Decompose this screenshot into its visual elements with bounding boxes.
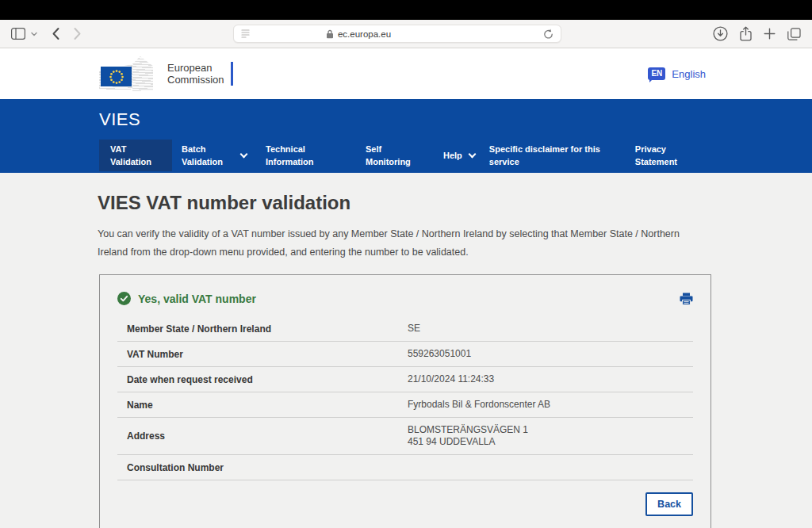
row-label: Name	[127, 400, 408, 411]
table-row-member-state: Member State / Northern Ireland SE	[117, 316, 693, 342]
toolbar-right-group	[713, 26, 801, 41]
table-row-name: Name Fyrbodals Bil & Fordonscenter AB	[117, 392, 693, 418]
language-selector[interactable]: EN English	[648, 67, 706, 80]
row-value: SE	[408, 323, 420, 335]
nav-item-technical-information[interactable]: Technical Information	[266, 140, 331, 171]
sidebar-chevron-down-icon[interactable]	[31, 32, 37, 36]
table-row-consultation-number: Consultation Number	[117, 455, 693, 480]
nav-item-privacy-statement[interactable]: Privacy Statement	[635, 140, 692, 171]
share-icon[interactable]	[740, 26, 752, 41]
download-icon[interactable]	[713, 26, 728, 41]
reload-icon[interactable]	[543, 29, 553, 40]
result-detail-table: Member State / Northern Ireland SE VAT N…	[117, 316, 693, 480]
lock-icon	[326, 29, 334, 39]
vies-app-title: VIES	[99, 99, 812, 130]
page-content: VIES VAT number validation You can verif…	[0, 173, 812, 528]
tabs-icon[interactable]	[787, 28, 801, 40]
row-value: Fyrbodals Bil & Fordonscenter AB	[408, 399, 550, 411]
row-label: Consultation Number	[127, 462, 408, 473]
eu-flag-icon	[101, 67, 132, 86]
vies-nav: VIES VAT Validation Batch Validation Tec…	[0, 99, 812, 173]
url-text: ec.europa.eu	[338, 29, 391, 39]
table-row-request-date: Date when request received 21/10/2024 11…	[117, 367, 693, 392]
address-bar[interactable]: ec.europa.eu	[233, 25, 561, 43]
page-title: VIES VAT number validation	[0, 173, 812, 214]
table-row-address: Address BLOMSTERÄNGSVÄGEN 1 451 94 UDDEV…	[117, 418, 693, 455]
nav-item-help[interactable]: Help	[443, 140, 475, 171]
logo-line-2: Commission	[167, 74, 224, 86]
back-button[interactable]: Back	[645, 492, 693, 516]
nav-item-batch-validation[interactable]: Batch Validation	[182, 140, 247, 171]
nav-item-specific-disclaimer[interactable]: Specific disclaimer for this service	[489, 140, 610, 171]
row-label: Address	[127, 430, 408, 442]
chevron-down-icon	[240, 150, 248, 158]
reader-icon[interactable]	[241, 29, 250, 39]
row-value: 559263051001	[408, 348, 471, 360]
table-row-vat-number: VAT Number 559263051001	[117, 342, 693, 367]
back-icon[interactable]	[52, 27, 60, 40]
page-description: You can verify the validity of a VAT num…	[98, 225, 710, 262]
forward-icon[interactable]	[73, 27, 82, 40]
row-value: BLOMSTERÄNGSVÄGEN 1 451 94 UDDEVALLA	[408, 424, 528, 448]
logo-line-1: European	[167, 62, 224, 74]
row-value: 21/10/2024 11:24:33	[408, 373, 494, 385]
row-label: Date when request received	[127, 374, 408, 385]
nav-item-self-monitoring[interactable]: Self Monitoring	[366, 140, 423, 171]
logo-wordmark: European Commission	[167, 62, 224, 86]
eu-stars-circle	[105, 69, 128, 85]
validation-result-card: Yes, valid VAT number Member State / Nor…	[99, 274, 711, 528]
toolbar-left-group	[11, 27, 82, 40]
language-code-badge: EN	[648, 67, 665, 80]
new-tab-icon[interactable]	[764, 28, 776, 40]
commission-building-icon	[99, 56, 159, 91]
system-top-bar	[0, 0, 812, 20]
row-label: VAT Number	[127, 349, 408, 360]
row-label: Member State / Northern Ireland	[127, 323, 408, 335]
sidebar-icon[interactable]	[11, 28, 25, 40]
logo-stripes-right	[132, 56, 153, 91]
logo-accent-bar	[231, 62, 233, 86]
back-row: Back	[117, 480, 693, 528]
result-status-row: Yes, valid VAT number	[117, 275, 693, 305]
nav-menu: VAT Validation Batch Validation Technica…	[99, 140, 812, 171]
browser-toolbar: ec.europa.eu	[0, 20, 812, 48]
status-text: Yes, valid VAT number	[138, 293, 256, 305]
print-icon[interactable]	[680, 293, 693, 305]
address-bar-center: ec.europa.eu	[326, 29, 391, 39]
european-commission-logo[interactable]: European Commission	[99, 56, 233, 91]
nav-item-vat-validation[interactable]: VAT Validation	[99, 140, 172, 171]
check-circle-icon	[117, 292, 131, 305]
site-header: European Commission EN English	[0, 48, 812, 99]
chevron-down-icon	[468, 150, 476, 158]
language-label: English	[672, 68, 706, 80]
